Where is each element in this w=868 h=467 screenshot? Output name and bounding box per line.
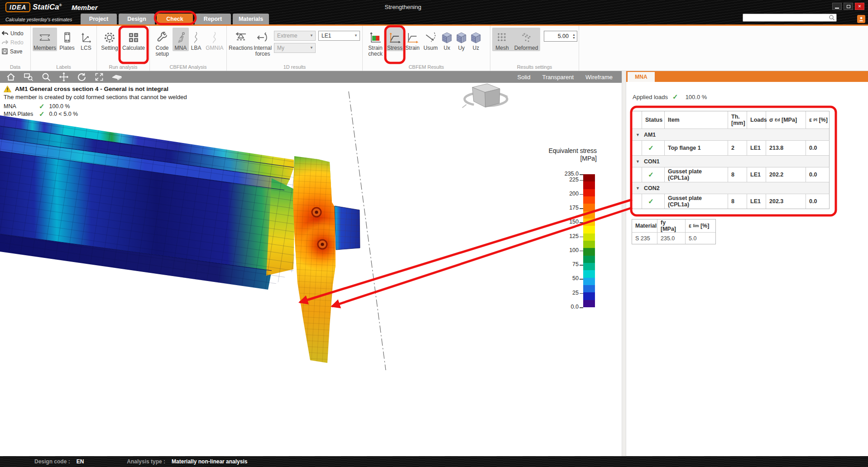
search-box[interactable] (743, 14, 837, 22)
table-row[interactable]: ✓ Top flange 1 2 LE1 213.8 0.0 (632, 140, 829, 155)
ux-icon (441, 30, 453, 45)
calculate-button[interactable]: Calculate (120, 28, 147, 51)
mna-button[interactable]: MNA (173, 28, 188, 51)
material-row[interactable]: S 235 235.0 5.0 (632, 232, 715, 244)
status-bar: Design code : EN Analysis type : Materia… (0, 456, 868, 467)
stress-legend: Equivalent stress[MPa] 235.0225200175150… (524, 147, 622, 400)
panel-tab-bar: MNA (626, 71, 868, 82)
extreme-dropdown[interactable]: Extreme▼ (274, 31, 316, 41)
strain-check-button[interactable]: Strain check (364, 28, 386, 57)
zoom-fit-icon[interactable] (94, 72, 105, 82)
view-mode-wireframe[interactable]: Wireframe (585, 74, 613, 81)
calculate-icon (128, 30, 139, 45)
clipping-icon[interactable] (111, 72, 122, 82)
table-row[interactable]: ✓ Gusset plate (CPL1a) 8 LE1 202.2 0.0 (632, 167, 829, 182)
chevron-down-icon: ▼ (310, 33, 313, 38)
internal-forces-button[interactable]: Internal forces (253, 28, 273, 57)
app-tagline: Calculate yesterday's estimates (5, 17, 72, 22)
deformed-icon (520, 30, 532, 45)
applied-loads: Applied loads ✓ 100.0 % (633, 93, 707, 101)
stress-button[interactable]: Stress (386, 28, 403, 51)
ribbon-group-labels: Members Plates LCS Labels (31, 26, 97, 71)
3d-viewport[interactable]: Solid Transparent Wireframe (0, 71, 622, 456)
ux-button[interactable]: Ux (440, 28, 454, 51)
my-dropdown[interactable]: My▼ (274, 43, 316, 53)
spin-down-icon[interactable]: ▼ (572, 36, 575, 39)
tab-mna[interactable]: MNA (628, 72, 655, 82)
search-input[interactable] (743, 15, 829, 20)
mesh-button[interactable]: Mesh (492, 28, 512, 51)
internal-forces-icon (256, 30, 269, 45)
deformed-scale-input[interactable]: 5.00 ▲ ▼ (544, 31, 577, 42)
members-icon (38, 30, 51, 45)
uz-icon (470, 30, 482, 45)
redo-button[interactable]: Redo (2, 38, 29, 46)
ribbon-group-cbfem-results: Strain check Stress Strain Usum Ux Uy Uz… (363, 26, 490, 71)
table-row[interactable]: ✓ Gusset plate (CPL1a) 8 LE1 202.3 0.0 (632, 194, 829, 209)
group-row-con1[interactable]: ▼ CON1 (632, 155, 829, 167)
tab-report[interactable]: Report (195, 14, 231, 24)
mesh-icon (496, 30, 508, 45)
check-icon: ✓ (39, 110, 45, 118)
ribbon-group-cbfem-analysis: Code setup MNA LBA GMNIA CBFEM Analysis (150, 26, 227, 71)
minimize-button[interactable] (832, 3, 842, 10)
tab-materials[interactable]: Materials (233, 14, 269, 24)
zoom-icon[interactable] (41, 72, 52, 82)
gmnia-icon (210, 30, 219, 45)
chevron-down-icon: ▼ (310, 46, 313, 50)
account-icon[interactable] (857, 15, 865, 23)
results-table: Status Item Th.[mm] Loads σ Ed [MPa] ε P… (632, 111, 830, 209)
close-button[interactable]: ✕ (855, 3, 864, 10)
plates-button[interactable]: Plates (57, 28, 77, 51)
maximize-button[interactable] (844, 3, 853, 10)
design-code-label: Design code : (34, 458, 70, 465)
members-button[interactable]: Members (33, 28, 57, 51)
collapse-icon[interactable]: ▼ (636, 159, 640, 164)
viewport-toolbar: Solid Transparent Wireframe (0, 71, 622, 83)
lba-button[interactable]: LBA (189, 28, 204, 51)
warning-text: The member is created by cold formed sec… (4, 94, 187, 100)
view-mode-transparent[interactable]: Transparent (542, 74, 574, 81)
view-mode-solid[interactable]: Solid (518, 74, 531, 81)
warning-icon (4, 86, 11, 92)
code-setup-button[interactable]: Code setup (152, 28, 173, 57)
check-icon: ✓ (648, 144, 654, 152)
group-row-am1[interactable]: ▼ AM1 (632, 129, 829, 140)
gear-icon (103, 30, 116, 45)
material-table-header: Material fy [MPa] ε lim [%] (632, 219, 715, 232)
uy-button[interactable]: Uy (454, 28, 469, 51)
tab-design[interactable]: Design (119, 14, 155, 24)
uz-button[interactable]: Uz (469, 28, 483, 51)
strain-check-icon (369, 30, 382, 45)
document-title: Strengthening (0, 4, 806, 10)
tab-check[interactable]: Check (157, 14, 193, 24)
usum-button[interactable]: Usum (422, 28, 440, 51)
tab-project[interactable]: Project (81, 14, 117, 24)
analysis-type-value: Materially non-linear analysis (172, 458, 247, 465)
group-row-con2[interactable]: ▼ CON2 (632, 182, 829, 194)
ribbon-group-1d-results: Reactions Internal forces Extreme▼ My▼ L… (227, 26, 363, 71)
collapse-icon[interactable]: ▼ (636, 186, 640, 191)
main-tabs: Project Design Check Report Materials (81, 14, 269, 24)
design-code-value: EN (77, 458, 84, 465)
ribbon-group-results-settings: Mesh Deformed 5.00 ▲ ▼ Results settings (490, 26, 579, 71)
spin-up-icon[interactable]: ▲ (572, 33, 575, 36)
reactions-button[interactable]: Reactions (229, 28, 253, 51)
pan-icon[interactable] (58, 72, 69, 82)
zoom-window-icon[interactable] (23, 72, 34, 82)
strain-button[interactable]: Strain (403, 28, 422, 51)
collapse-icon[interactable]: ▼ (636, 133, 640, 137)
panel-splitter[interactable] (622, 71, 626, 456)
lcs-button[interactable]: LCS (77, 28, 95, 51)
load-case-dropdown[interactable]: LE1▼ (318, 31, 360, 41)
home-view-icon[interactable] (5, 72, 16, 82)
undo-button[interactable]: Undo (2, 29, 29, 37)
deformed-button[interactable]: Deformed (512, 28, 540, 51)
rotate-icon[interactable] (76, 72, 87, 82)
ribbon: Undo Redo Save Data Members Plates LCS L… (0, 26, 868, 71)
check-icon: ✓ (648, 171, 654, 179)
save-button[interactable]: Save (2, 48, 29, 55)
strain-icon (406, 30, 419, 45)
gmnia-button[interactable]: GMNIA (204, 28, 225, 51)
setting-button[interactable]: Setting (99, 28, 120, 51)
